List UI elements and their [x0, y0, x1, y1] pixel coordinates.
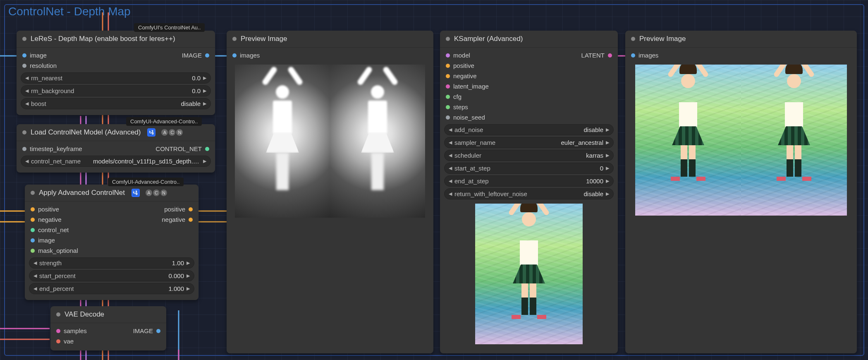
preview-result-image[interactable]: [635, 65, 847, 216]
widget-scheduler[interactable]: ◀schedulerkarras▶: [444, 150, 614, 161]
arrow-left-icon[interactable]: ◀: [24, 75, 29, 81]
arrow-right-icon[interactable]: ▶: [605, 191, 610, 197]
arrow-left-icon[interactable]: ◀: [448, 166, 453, 171]
node-vae-decode[interactable]: VAE Decode samples IMAGE vae: [50, 306, 166, 350]
widget-add-noise[interactable]: ◀add_noisedisable▶: [444, 124, 614, 135]
ksampler-preview-image[interactable]: [475, 204, 583, 344]
widget-label: strength: [39, 259, 62, 266]
input-port-steps[interactable]: [446, 105, 450, 109]
input-port-timestep[interactable]: [22, 147, 26, 151]
widget-start-percent[interactable]: ◀ start_percent 0.000 ▶: [29, 270, 194, 281]
node-header[interactable]: Apply Advanced ControlNet 🛂 A C N: [25, 185, 198, 202]
input-port-image[interactable]: [31, 238, 35, 242]
output-label: LATENT: [581, 52, 605, 59]
input-port-images[interactable]: [232, 53, 237, 58]
node-apply-controlnet[interactable]: Apply Advanced ControlNet 🛂 A C N positi…: [25, 185, 198, 300]
input-label: images: [240, 52, 260, 59]
collapse-dot[interactable]: [56, 312, 60, 317]
node-header[interactable]: KSampler (Advanced): [440, 31, 618, 48]
arrow-right-icon[interactable]: ▶: [605, 178, 610, 184]
widget-value: 0.0: [192, 74, 201, 82]
widget-value: models/control_v11f1p_sd15_depth.pth: [93, 158, 201, 165]
collapse-dot[interactable]: [31, 191, 35, 195]
widget-end-at-step[interactable]: ◀end_at_step10000▶: [444, 175, 614, 187]
node-leres-depth[interactable]: LeReS - Depth Map (enable boost for lere…: [17, 31, 215, 115]
arrow-right-icon[interactable]: ▶: [605, 166, 610, 171]
arrow-left-icon[interactable]: ◀: [24, 88, 29, 94]
input-port-negative[interactable]: [31, 218, 35, 222]
widget-sampler-name[interactable]: ◀sampler_nameeuler_ancestral▶: [444, 137, 614, 148]
widget-control-net-name[interactable]: ◀ control_net_name models/control_v11f1p…: [21, 156, 211, 167]
node-header[interactable]: Preview Image: [625, 31, 857, 48]
widget-end-percent[interactable]: ◀ end_percent 1.000 ▶: [29, 283, 194, 294]
input-port-latent[interactable]: [446, 84, 450, 89]
input-port-resolution[interactable]: [22, 64, 26, 68]
input-port-samples[interactable]: [56, 329, 60, 333]
widget-value: disable: [181, 100, 201, 107]
node-preview-image-depth[interactable]: Preview Image images: [227, 31, 433, 353]
output-port-positive[interactable]: [189, 207, 193, 211]
arrow-right-icon[interactable]: ▶: [202, 75, 207, 81]
widget-rm-background[interactable]: ◀ rm_background 0.0 ▶: [21, 85, 211, 96]
collapse-dot[interactable]: [631, 37, 635, 41]
widget-label: start_percent: [39, 272, 76, 279]
collapse-dot[interactable]: [232, 37, 237, 41]
node-load-controlnet[interactable]: Load ControlNet Model (Advanced) 🛂 A C N…: [17, 124, 215, 173]
collapse-dot[interactable]: [446, 37, 450, 41]
input-port-controlnet[interactable]: [31, 228, 35, 232]
arrow-left-icon[interactable]: ◀: [24, 158, 29, 164]
arrow-left-icon[interactable]: ◀: [33, 273, 38, 278]
input-port-images[interactable]: [631, 53, 635, 58]
widget-strength[interactable]: ◀ strength 1.00 ▶: [29, 257, 194, 269]
arrow-right-icon[interactable]: ▶: [186, 273, 191, 278]
arrow-left-icon[interactable]: ◀: [33, 260, 38, 266]
node-header[interactable]: VAE Decode: [50, 306, 166, 323]
arrow-right-icon[interactable]: ▶: [605, 127, 610, 132]
input-port-cfg[interactable]: [446, 95, 450, 99]
arrow-left-icon[interactable]: ◀: [448, 153, 453, 158]
output-port-image[interactable]: [156, 329, 160, 333]
node-header[interactable]: Preview Image: [227, 31, 433, 48]
input-port-image[interactable]: [22, 53, 26, 58]
badge-icon: 🛂: [132, 189, 140, 197]
output-port-latent[interactable]: [608, 53, 612, 58]
arrow-right-icon[interactable]: ▶: [186, 286, 191, 291]
input-port-noise-seed[interactable]: [446, 115, 450, 120]
arrow-right-icon[interactable]: ▶: [202, 101, 207, 106]
arrow-right-icon[interactable]: ▶: [202, 158, 207, 164]
input-port-negative[interactable]: [446, 74, 450, 78]
output-port-negative[interactable]: [189, 218, 193, 222]
arrow-right-icon[interactable]: ▶: [605, 140, 610, 145]
arrow-right-icon[interactable]: ▶: [605, 153, 610, 158]
preview-depth-image[interactable]: [235, 65, 425, 218]
widget-boost[interactable]: ◀ boost disable ▶: [21, 98, 211, 109]
collapse-dot[interactable]: [22, 37, 26, 41]
widget-return-noise[interactable]: ◀return_with_leftover_noisedisable▶: [444, 188, 614, 199]
widget-start-at-step[interactable]: ◀start_at_step0▶: [444, 163, 614, 174]
group-title[interactable]: ControlNet - Depth Map: [8, 5, 131, 18]
node-header[interactable]: LeReS - Depth Map (enable boost for lere…: [17, 31, 215, 48]
input-port-positive[interactable]: [31, 207, 35, 211]
arrow-left-icon[interactable]: ◀: [33, 286, 38, 291]
output-port-image[interactable]: [205, 53, 209, 58]
node-ksampler-advanced[interactable]: KSampler (Advanced) model LATENT positiv…: [440, 31, 618, 353]
arrow-right-icon[interactable]: ▶: [202, 88, 207, 94]
node-header[interactable]: Load ControlNet Model (Advanced) 🛂 A C N: [17, 124, 215, 141]
widget-rm-nearest[interactable]: ◀ rm_nearest 0.0 ▶: [21, 72, 211, 84]
input-port-model[interactable]: [446, 53, 450, 58]
input-port-vae[interactable]: [56, 339, 60, 343]
input-label: steps: [453, 103, 468, 110]
arrow-right-icon[interactable]: ▶: [186, 260, 191, 266]
output-port-controlnet[interactable]: [205, 147, 209, 151]
arrow-left-icon[interactable]: ◀: [448, 127, 453, 132]
node-body: timestep_keyframe CONTROL_NET ◀ control_…: [17, 141, 215, 173]
node-preview-image-result[interactable]: Preview Image images: [625, 31, 857, 353]
input-port-mask[interactable]: [31, 249, 35, 253]
arrow-left-icon[interactable]: ◀: [448, 191, 453, 197]
input-port-positive[interactable]: [446, 64, 450, 68]
arrow-left-icon[interactable]: ◀: [448, 140, 453, 145]
arrow-left-icon[interactable]: ◀: [24, 101, 29, 106]
widget-label: scheduler: [454, 152, 481, 159]
collapse-dot[interactable]: [22, 130, 26, 134]
arrow-left-icon[interactable]: ◀: [448, 178, 453, 184]
